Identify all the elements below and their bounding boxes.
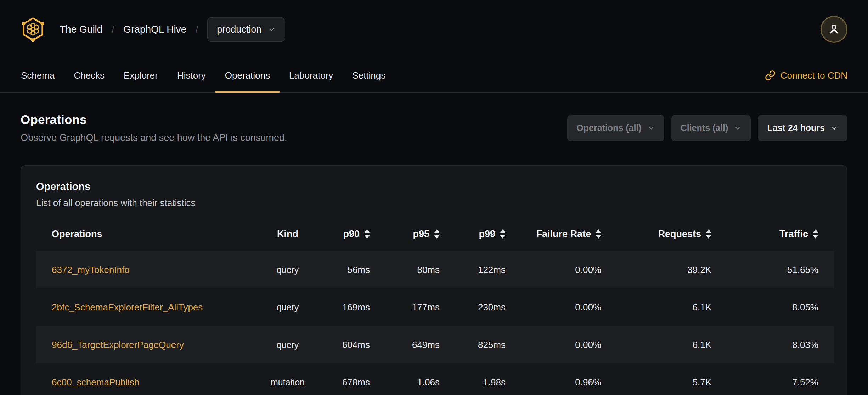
page-header: Operations Observe GraphQL requests and … [0, 93, 868, 143]
target-selector-dropdown[interactable]: production [207, 17, 285, 42]
sort-arrows-icon[interactable] [364, 229, 370, 239]
operation-traffic: 8.03% [711, 326, 834, 363]
column-header-kind: Kind [263, 217, 312, 251]
operations-table: Operations Kind p90 p95 p99 Failure Rate [36, 217, 834, 395]
column-header-failure-rate: Failure Rate [506, 217, 601, 251]
table-row: 6c00_schemaPublish mutation 678ms 1.06s … [36, 363, 834, 395]
operation-failure-rate: 0.96% [506, 363, 601, 395]
target-nav-tabs: Schema Checks Explorer History Operation… [0, 59, 868, 93]
chevron-down-icon [268, 25, 276, 33]
operation-requests: 39.2K [601, 251, 711, 288]
operation-link[interactable]: 6372_myTokenInfo [52, 264, 130, 275]
column-header-operations: Operations [36, 217, 263, 251]
page-title: Operations [21, 113, 287, 127]
operation-p99: 230ms [440, 288, 506, 326]
operation-traffic: 7.52% [711, 363, 834, 395]
operation-p99: 825ms [440, 326, 506, 363]
operation-traffic: 8.05% [711, 288, 834, 326]
top-bar: The Guild / GraphQL Hive / production [0, 0, 868, 59]
operation-requests: 5.7K [601, 363, 711, 395]
card-subtitle: List of all operations with their statis… [36, 198, 832, 208]
operation-requests: 6.1K [601, 326, 711, 363]
operation-kind: query [263, 251, 312, 288]
tab-history[interactable]: History [168, 59, 215, 92]
tab-schema[interactable]: Schema [11, 59, 64, 92]
clients-filter-dropdown[interactable]: Clients (all) [671, 115, 751, 141]
table-row: 6372_myTokenInfo query 56ms 80ms 122ms 0… [36, 251, 834, 288]
column-header-p95: p95 [370, 217, 440, 251]
column-header-traffic: Traffic [711, 217, 834, 251]
date-range-dropdown[interactable]: Last 24 hours [758, 115, 847, 141]
operation-p90: 169ms [312, 288, 370, 326]
operation-link[interactable]: 6c00_schemaPublish [52, 377, 139, 388]
operation-link[interactable]: 2bfc_SchemaExplorerFilter_AllTypes [52, 302, 203, 313]
table-header-row: Operations Kind p90 p95 p99 Failure Rate [36, 217, 834, 251]
sort-arrows-icon[interactable] [434, 229, 440, 239]
table-row: 2bfc_SchemaExplorerFilter_AllTypes query… [36, 288, 834, 326]
chevron-down-icon [734, 124, 742, 132]
tab-operations[interactable]: Operations [215, 59, 280, 92]
operation-p95: 649ms [370, 326, 440, 363]
card-title: Operations [36, 181, 832, 193]
breadcrumb-separator: / [112, 24, 114, 35]
breadcrumb-project[interactable]: GraphQL Hive [123, 24, 186, 35]
tab-explorer[interactable]: Explorer [114, 59, 168, 92]
operation-p95: 177ms [370, 288, 440, 326]
clients-filter-label: Clients (all) [681, 123, 728, 133]
operation-p95: 80ms [370, 251, 440, 288]
operation-p99: 1.98s [440, 363, 506, 395]
user-icon [827, 22, 841, 37]
breadcrumb-org[interactable]: The Guild [60, 24, 102, 35]
connect-to-cdn-link[interactable]: Connect to CDN [765, 59, 847, 92]
column-header-p90: p90 [312, 217, 370, 251]
user-avatar-button[interactable] [821, 16, 847, 43]
operations-filter-label: Operations (all) [576, 123, 641, 133]
target-selector-value: production [217, 24, 261, 35]
filter-bar: Operations (all) Clients (all) Last 24 h… [567, 115, 847, 141]
sort-arrows-icon[interactable] [596, 229, 601, 239]
operation-p90: 678ms [312, 363, 370, 395]
column-header-p99: p99 [440, 217, 506, 251]
operation-p90: 604ms [312, 326, 370, 363]
operation-failure-rate: 0.00% [506, 326, 601, 363]
hive-logo-icon[interactable] [21, 16, 45, 43]
link-icon [765, 70, 776, 81]
tab-checks[interactable]: Checks [64, 59, 114, 92]
operation-p99: 122ms [440, 251, 506, 288]
tab-laboratory[interactable]: Laboratory [280, 59, 343, 92]
operation-traffic: 51.65% [711, 251, 834, 288]
breadcrumb: The Guild / GraphQL Hive / production [21, 16, 285, 43]
tab-settings[interactable]: Settings [343, 59, 395, 92]
operation-kind: mutation [263, 363, 312, 395]
operation-link[interactable]: 96d6_TargetExplorerPageQuery [52, 339, 184, 350]
page-subtitle: Observe GraphQL requests and see how the… [21, 132, 287, 143]
operation-requests: 6.1K [601, 288, 711, 326]
operation-kind: query [263, 288, 312, 326]
connect-to-cdn-label: Connect to CDN [780, 70, 847, 81]
date-range-label: Last 24 hours [767, 123, 825, 133]
sort-arrows-icon[interactable] [500, 229, 506, 239]
operation-p95: 1.06s [370, 363, 440, 395]
operations-filter-dropdown[interactable]: Operations (all) [567, 115, 664, 141]
sort-arrows-icon[interactable] [813, 229, 818, 239]
column-header-requests: Requests [601, 217, 711, 251]
table-row: 96d6_TargetExplorerPageQuery query 604ms… [36, 326, 834, 363]
operation-failure-rate: 0.00% [506, 288, 601, 326]
chevron-down-icon [830, 124, 838, 132]
operations-card: Operations List of all operations with t… [21, 165, 847, 395]
operation-kind: query [263, 326, 312, 363]
chevron-down-icon [647, 124, 655, 132]
breadcrumb-separator: / [196, 24, 198, 35]
sort-arrows-icon[interactable] [706, 229, 711, 239]
operation-p90: 56ms [312, 251, 370, 288]
operation-failure-rate: 0.00% [506, 251, 601, 288]
